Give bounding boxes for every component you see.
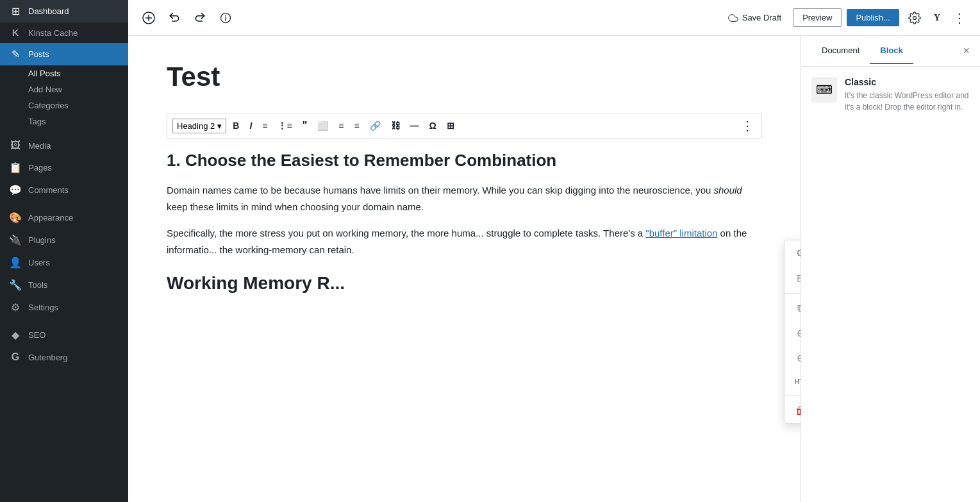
- undo-button[interactable]: [164, 8, 185, 28]
- preview-button[interactable]: Preview: [793, 8, 842, 27]
- editor[interactable]: Test Heading 2 ▾ B I ≡ ⋮≡ " ⬜ ≡ ≡ 🔗 ⛓ — …: [128, 36, 801, 502]
- insert-before-item[interactable]: ⊕ Insert Before ⌥⌘T: [785, 321, 801, 346]
- align-left-button[interactable]: ⬜: [313, 118, 332, 133]
- chevron-down-icon: ▾: [217, 121, 222, 131]
- right-panel-header: Document Block ×: [801, 36, 980, 67]
- sidebar-item-label: Dashboard: [28, 6, 69, 16]
- block-description: It's the classic WordPress editor and it…: [845, 90, 970, 113]
- block-details: Classic It's the classic WordPress edito…: [845, 77, 970, 113]
- publish-button[interactable]: Publish...: [847, 9, 899, 26]
- sidebar-item-label: Kinsta Cache: [28, 28, 78, 38]
- sidebar-item-users[interactable]: 👤 Users: [0, 251, 128, 274]
- trash-icon: 🗑: [795, 405, 801, 417]
- format-select[interactable]: Heading 2 ▾: [172, 119, 226, 133]
- sidebar-item-comments[interactable]: 💬 Comments: [0, 179, 128, 201]
- gutenberg-icon: G: [9, 351, 22, 363]
- save-draft-label: Save Draft: [742, 13, 781, 22]
- italic-button[interactable]: I: [245, 118, 256, 133]
- yoast-button[interactable]: Y: [930, 9, 944, 27]
- sidebar-item-label: Tools: [28, 280, 47, 290]
- table-button[interactable]: ⊞: [443, 118, 458, 133]
- kinsta-icon: K: [9, 28, 22, 38]
- ordered-list-button[interactable]: ⋮≡: [274, 118, 295, 133]
- submenu-categories[interactable]: Categories: [28, 97, 128, 113]
- info-icon: [219, 12, 232, 24]
- unordered-list-button[interactable]: ≡: [258, 118, 271, 133]
- dashboard-icon: ⊞: [9, 5, 22, 17]
- sidebar-item-label: Pages: [28, 163, 52, 172]
- more-options-button[interactable]: ⋮: [949, 6, 970, 29]
- tab-block[interactable]: Block: [870, 38, 913, 64]
- context-menu: ⚙ Hide Block Settings ⇧⌘, ⊞ Convert to B…: [784, 240, 801, 424]
- remove-block-item[interactable]: 🗑 Remove Block ⌃⌥Z: [785, 399, 801, 423]
- submenu-tags[interactable]: Tags: [28, 113, 128, 130]
- sidebar-item-kinsta[interactable]: K Kinsta Cache: [0, 22, 128, 43]
- more-toolbar-button[interactable]: ⋮: [738, 118, 756, 133]
- menu-divider-1: [785, 293, 801, 294]
- svg-point-6: [913, 16, 916, 19]
- buffer-link[interactable]: "buffer" limitation: [645, 228, 717, 238]
- sidebar-item-posts[interactable]: ✎ Posts: [0, 43, 128, 65]
- comments-icon: 💬: [9, 184, 22, 196]
- special-char-button[interactable]: Ω: [426, 118, 440, 133]
- posts-submenu: All Posts Add New Categories Tags: [0, 65, 128, 130]
- add-block-button[interactable]: [138, 8, 159, 28]
- users-icon: 👤: [9, 256, 22, 269]
- sidebar: ⊞ Dashboard K Kinsta Cache ✎ Posts All P…: [0, 0, 128, 502]
- post-title[interactable]: Test: [167, 62, 762, 92]
- sidebar-item-label: Posts: [28, 49, 49, 59]
- sidebar-item-appearance[interactable]: 🎨 Appearance: [0, 206, 128, 229]
- svg-point-5: [225, 15, 226, 16]
- tab-document[interactable]: Document: [811, 38, 870, 64]
- insert-after-item[interactable]: ⊕ Insert After ⌥⌘Y: [785, 346, 801, 371]
- sidebar-item-dashboard[interactable]: ⊞ Dashboard: [0, 0, 128, 22]
- pages-icon: 📋: [9, 162, 22, 174]
- settings-icon: ⚙: [9, 301, 22, 314]
- classic-block-toolbar: Heading 2 ▾ B I ≡ ⋮≡ " ⬜ ≡ ≡ 🔗 ⛓ — Ω ⊞ ⋮: [167, 113, 762, 138]
- hide-block-settings-item[interactable]: ⚙ Hide Block Settings ⇧⌘,: [785, 240, 801, 265]
- horizontal-rule-button[interactable]: —: [406, 118, 423, 133]
- submenu-all-posts[interactable]: All Posts: [28, 65, 128, 81]
- unlink-button[interactable]: ⛓: [387, 118, 404, 133]
- redo-button[interactable]: [190, 8, 210, 28]
- sidebar-item-label: Comments: [28, 185, 69, 195]
- sidebar-item-label: SEO: [28, 330, 46, 340]
- subheading: Working Memory R...: [167, 273, 762, 294]
- menu-divider-2: [785, 396, 801, 396]
- sidebar-item-label: Plugins: [28, 235, 56, 245]
- sidebar-item-label: Gutenberg: [28, 353, 67, 362]
- sidebar-item-settings[interactable]: ⚙ Settings: [0, 296, 128, 319]
- sidebar-item-plugins[interactable]: 🔌 Plugins: [0, 229, 128, 251]
- gear-menu-icon: ⚙: [795, 247, 801, 259]
- bold-button[interactable]: B: [229, 118, 243, 133]
- sidebar-item-seo[interactable]: ◆ SEO: [0, 324, 128, 346]
- toolbar-right: Save Draft Preview Publish... Y ⋮: [722, 6, 970, 29]
- convert-icon: ⊞: [795, 272, 801, 284]
- insert-before-icon: ⊕: [795, 327, 801, 339]
- close-panel-button[interactable]: ×: [963, 44, 970, 58]
- convert-to-blocks-item[interactable]: ⊞ Convert to Blocks: [785, 265, 801, 290]
- main-wrapper: Save Draft Preview Publish... Y ⋮ Test H…: [128, 0, 980, 502]
- seo-icon: ◆: [9, 329, 22, 341]
- submenu-add-new[interactable]: Add New: [28, 81, 128, 97]
- align-right-button[interactable]: ≡: [350, 118, 363, 133]
- block-settings-button[interactable]: [904, 8, 925, 28]
- duplicate-icon: ⧉: [795, 303, 801, 314]
- html-icon: HTML: [795, 378, 801, 385]
- toolbar-left: [138, 8, 236, 28]
- align-center-button[interactable]: ≡: [335, 118, 347, 133]
- sidebar-item-pages[interactable]: 📋 Pages: [0, 156, 128, 179]
- sidebar-item-tools[interactable]: 🔧 Tools: [0, 274, 128, 296]
- body-paragraph-2: Specifically, the more stress you put on…: [167, 225, 762, 258]
- link-button[interactable]: 🔗: [366, 118, 385, 133]
- media-icon: 🖼: [9, 140, 22, 151]
- sidebar-item-gutenberg[interactable]: G Gutenberg: [0, 346, 128, 368]
- info-button[interactable]: [215, 8, 236, 28]
- duplicate-item[interactable]: ⧉ Duplicate ⇧⌘D: [785, 296, 801, 321]
- edit-as-html-item[interactable]: HTML Edit as HTML: [785, 371, 801, 393]
- blockquote-button[interactable]: ": [299, 117, 311, 134]
- sidebar-item-media[interactable]: 🖼 Media: [0, 135, 128, 156]
- right-panel: Document Block × ⌨ Classic It's the clas…: [801, 36, 980, 502]
- gear-icon: [908, 12, 921, 24]
- save-draft-button[interactable]: Save Draft: [722, 9, 788, 27]
